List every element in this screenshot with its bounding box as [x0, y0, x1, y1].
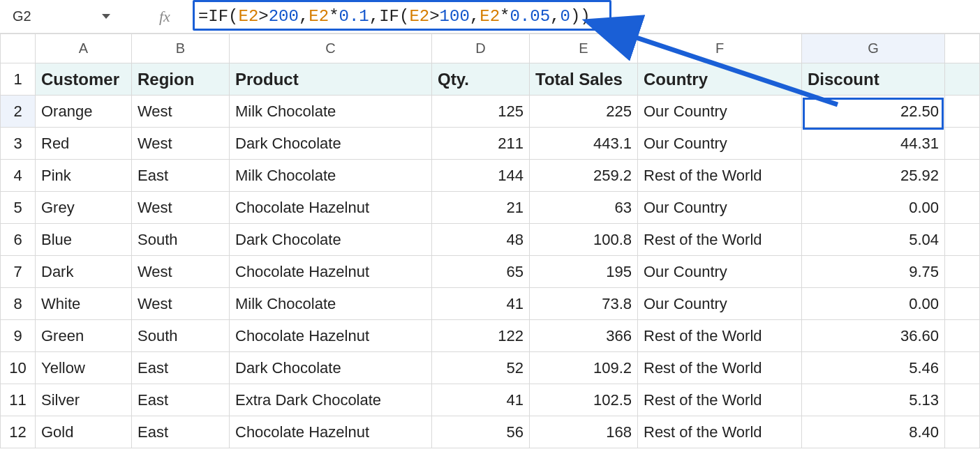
cell-empty[interactable] [945, 288, 980, 320]
header-discount[interactable]: Discount [802, 63, 945, 96]
cell-region[interactable]: West [132, 128, 230, 160]
name-box[interactable]: G2 [6, 4, 117, 29]
cell-total[interactable]: 102.5 [530, 384, 638, 416]
cell-qty[interactable]: 65 [432, 256, 530, 288]
cell-customer[interactable]: Pink [36, 160, 132, 192]
cell-product[interactable]: Chocolate Hazelnut [230, 320, 432, 352]
cell-total[interactable]: 168 [530, 416, 638, 448]
cell-discount[interactable]: 5.04 [802, 224, 945, 256]
cell-country[interactable]: Rest of the World [638, 416, 802, 448]
cell-country[interactable]: Rest of the World [638, 384, 802, 416]
cell-discount[interactable]: 0.00 [802, 192, 945, 224]
cell-total[interactable]: 443.1 [530, 128, 638, 160]
cell-qty[interactable]: 122 [432, 320, 530, 352]
cell-total[interactable]: 225 [530, 96, 638, 128]
cell-country[interactable]: Our Country [638, 96, 802, 128]
cell-qty[interactable]: 48 [432, 224, 530, 256]
cell-total[interactable]: 366 [530, 320, 638, 352]
col-header-G[interactable]: G [802, 34, 945, 63]
formula-input[interactable]: =IF(E2>200,E2*0.1,IF(E2>100,E2*0.05,0)) [198, 4, 974, 29]
cell-empty[interactable] [945, 224, 980, 256]
cell-empty[interactable] [945, 160, 980, 192]
header-country[interactable]: Country [638, 63, 802, 96]
row-header-8[interactable]: 8 [1, 288, 36, 320]
cell-total[interactable]: 73.8 [530, 288, 638, 320]
cell-product[interactable]: Dark Chocolate [230, 128, 432, 160]
row-header-3[interactable]: 3 [1, 128, 36, 160]
cell-region[interactable]: East [132, 160, 230, 192]
cell-country[interactable]: Rest of the World [638, 320, 802, 352]
cell-product[interactable]: Milk Chocolate [230, 288, 432, 320]
cell-product[interactable]: Chocolate Hazelnut [230, 416, 432, 448]
cell-total[interactable]: 63 [530, 192, 638, 224]
cell-discount[interactable]: 5.46 [802, 352, 945, 384]
cell-qty[interactable]: 52 [432, 352, 530, 384]
fx-icon[interactable]: fx [117, 8, 198, 26]
cell-qty[interactable]: 211 [432, 128, 530, 160]
row-header-5[interactable]: 5 [1, 192, 36, 224]
cell-product[interactable]: Dark Chocolate [230, 352, 432, 384]
cell-qty[interactable]: 41 [432, 288, 530, 320]
col-header-C[interactable]: C [230, 34, 432, 63]
cell-country[interactable]: Rest of the World [638, 352, 802, 384]
cell-empty[interactable] [945, 352, 980, 384]
col-header-A[interactable]: A [36, 34, 132, 63]
cell-customer[interactable]: Red [36, 128, 132, 160]
cell-empty[interactable] [945, 96, 980, 128]
row-header-12[interactable]: 12 [1, 416, 36, 448]
cell-region[interactable]: East [132, 384, 230, 416]
cell-discount[interactable]: 36.60 [802, 320, 945, 352]
cell-discount[interactable]: 0.00 [802, 288, 945, 320]
cell-qty[interactable]: 56 [432, 416, 530, 448]
cell-region[interactable]: South [132, 320, 230, 352]
cell-product[interactable]: Chocolate Hazelnut [230, 192, 432, 224]
cell-customer[interactable]: Orange [36, 96, 132, 128]
row-header-11[interactable]: 11 [1, 384, 36, 416]
cell-total[interactable]: 259.2 [530, 160, 638, 192]
cell-country[interactable]: Rest of the World [638, 224, 802, 256]
cell-discount[interactable]: 25.92 [802, 160, 945, 192]
cell-qty[interactable]: 125 [432, 96, 530, 128]
cell-country[interactable]: Our Country [638, 192, 802, 224]
cell-region[interactable]: West [132, 192, 230, 224]
row-header-4[interactable]: 4 [1, 160, 36, 192]
row-header-6[interactable]: 6 [1, 224, 36, 256]
cell-country[interactable]: Our Country [638, 288, 802, 320]
cell-country[interactable]: Our Country [638, 256, 802, 288]
cell-product[interactable]: Chocolate Hazelnut [230, 256, 432, 288]
cell-customer[interactable]: Gold [36, 416, 132, 448]
cell-product[interactable]: Milk Chocolate [230, 160, 432, 192]
cell-total[interactable]: 109.2 [530, 352, 638, 384]
cell-total[interactable]: 100.8 [530, 224, 638, 256]
row-header-1[interactable]: 1 [1, 63, 36, 96]
cell-region[interactable]: East [132, 416, 230, 448]
cell-country[interactable]: Rest of the World [638, 160, 802, 192]
col-header-B[interactable]: B [132, 34, 230, 63]
cell-customer[interactable]: Yellow [36, 352, 132, 384]
cell-customer[interactable]: Grey [36, 192, 132, 224]
cell-region[interactable]: West [132, 288, 230, 320]
col-header-D[interactable]: D [432, 34, 530, 63]
cell-customer[interactable]: Silver [36, 384, 132, 416]
cell-discount[interactable]: 22.50 [802, 96, 945, 128]
cell-country[interactable]: Our Country [638, 128, 802, 160]
cell-qty[interactable]: 41 [432, 384, 530, 416]
cell-qty[interactable]: 21 [432, 192, 530, 224]
header-qty[interactable]: Qty. [432, 63, 530, 96]
cell-empty[interactable] [945, 416, 980, 448]
col-header-E[interactable]: E [530, 34, 638, 63]
cell-customer[interactable]: Dark [36, 256, 132, 288]
row-header-9[interactable]: 9 [1, 320, 36, 352]
cell-customer[interactable]: White [36, 288, 132, 320]
cell-discount[interactable]: 8.40 [802, 416, 945, 448]
cell-empty[interactable] [945, 256, 980, 288]
header-product[interactable]: Product [230, 63, 432, 96]
header-total[interactable]: Total Sales [530, 63, 638, 96]
cell-discount[interactable]: 5.13 [802, 384, 945, 416]
cell-discount[interactable]: 9.75 [802, 256, 945, 288]
cell-region[interactable]: South [132, 224, 230, 256]
row-header-7[interactable]: 7 [1, 256, 36, 288]
cell-product[interactable]: Extra Dark Chocolate [230, 384, 432, 416]
header-customer[interactable]: Customer [36, 63, 132, 96]
header-region[interactable]: Region [132, 63, 230, 96]
